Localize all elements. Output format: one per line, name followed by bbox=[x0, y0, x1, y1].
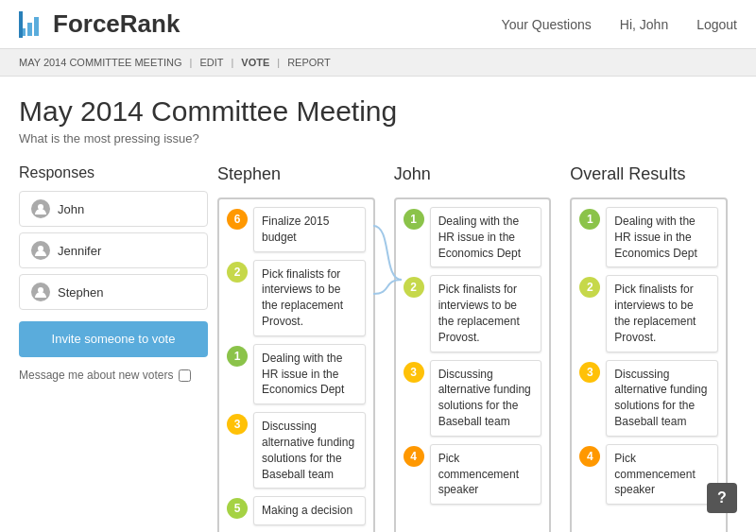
overall-badge-3: 3 bbox=[579, 362, 600, 383]
overall-item-1: 1 Dealing with the HR issue in the Econo… bbox=[579, 207, 718, 267]
logo-text: ForceRank bbox=[53, 9, 180, 39]
stephen-item-4: 3 Discussing alternative funding solutio… bbox=[227, 412, 366, 489]
sidebar-heading: Responses bbox=[19, 164, 208, 181]
breadcrumb-vote[interactable]: VOTE bbox=[241, 57, 269, 68]
overall-badge-2: 2 bbox=[579, 277, 600, 298]
message-opt-label: Message me about new voters bbox=[19, 369, 173, 382]
svg-rect-3 bbox=[19, 11, 23, 38]
voter-john[interactable]: John bbox=[19, 191, 208, 227]
john-column: John 1 Dealing with the HR issue in the … bbox=[385, 164, 561, 532]
help-icon: ? bbox=[717, 489, 727, 506]
help-button[interactable]: ? bbox=[707, 483, 737, 513]
breadcrumb-meeting: MAY 2014 COMMITTEE MEETING bbox=[19, 57, 182, 68]
sidebar: Responses John Jennifer Stephen Invit bbox=[19, 164, 208, 532]
john-card-2: Pick finalists for interviews to be the … bbox=[430, 275, 542, 352]
stephen-badge-3: 1 bbox=[227, 346, 248, 367]
stephen-heading: Stephen bbox=[217, 164, 375, 188]
connector-svg bbox=[373, 199, 402, 532]
john-item-3: 3 Discussing alternative funding solutio… bbox=[404, 360, 542, 437]
breadcrumb-sep-2: | bbox=[232, 57, 234, 68]
voter-jennifer-avatar bbox=[31, 241, 50, 260]
stephen-badge-1: 6 bbox=[227, 209, 248, 230]
john-item-4: 4 Pick commencement speaker bbox=[404, 444, 542, 505]
svg-rect-2 bbox=[34, 17, 39, 36]
logo-icon bbox=[19, 11, 45, 38]
nav-greeting: Hi, John bbox=[620, 17, 668, 32]
overall-badge-4: 4 bbox=[579, 446, 600, 467]
stephen-badge-2: 2 bbox=[227, 262, 248, 283]
john-card-1: Dealing with the HR issue in the Economi… bbox=[430, 207, 542, 267]
john-badge-2: 2 bbox=[404, 277, 424, 298]
page-subtitle: What is the most pressing issue? bbox=[19, 131, 737, 146]
overall-card-3: Discussing alternative funding solutions… bbox=[606, 360, 718, 437]
stephen-badge-5: 5 bbox=[227, 498, 248, 519]
john-card-3: Discussing alternative funding solutions… bbox=[430, 360, 542, 437]
columns-area: Stephen 6 Finalize 2015 budget 2 Pick fi… bbox=[208, 164, 737, 532]
message-opt: Message me about new voters bbox=[19, 369, 208, 382]
john-badge-3: 3 bbox=[404, 362, 424, 383]
voter-stephen-avatar bbox=[31, 283, 50, 301]
john-badge-4: 4 bbox=[404, 446, 424, 467]
stephen-card-2: Pick finalists for interviews to be the … bbox=[253, 260, 366, 336]
overall-card-1: Dealing with the HR issue in the Economi… bbox=[606, 207, 718, 267]
breadcrumb-report[interactable]: REPORT bbox=[287, 57, 331, 68]
page-title: May 2014 Committee Meeting bbox=[19, 95, 737, 128]
voter-stephen[interactable]: Stephen bbox=[19, 274, 208, 310]
stephen-card-1: Finalize 2015 budget bbox=[253, 207, 366, 252]
stephen-column: Stephen 6 Finalize 2015 budget 2 Pick fi… bbox=[208, 164, 385, 532]
stephen-column-inner: 6 Finalize 2015 budget 2 Pick finalists … bbox=[217, 197, 375, 532]
overall-card-2: Pick finalists for interviews to be the … bbox=[606, 275, 718, 352]
john-heading: John bbox=[394, 164, 552, 188]
overall-item-2: 2 Pick finalists for interviews to be th… bbox=[579, 275, 718, 352]
message-opt-checkbox[interactable] bbox=[179, 369, 191, 382]
overall-column-inner: 1 Dealing with the HR issue in the Econo… bbox=[570, 197, 728, 532]
nav-logout[interactable]: Logout bbox=[696, 17, 737, 32]
main: May 2014 Committee Meeting What is the m… bbox=[0, 77, 756, 532]
overall-item-4: 4 Pick commencement speaker bbox=[579, 444, 718, 505]
overall-badge-1: 1 bbox=[579, 209, 600, 230]
john-badge-1: 1 bbox=[404, 209, 424, 230]
stephen-item-5: 5 Making a decision bbox=[227, 496, 366, 525]
stephen-item-3: 1 Dealing with the HR issue in the Econo… bbox=[227, 344, 366, 404]
breadcrumb: MAY 2014 COMMITTEE MEETING | EDIT | VOTE… bbox=[0, 49, 756, 77]
voter-jennifer-name: Jennifer bbox=[58, 244, 101, 258]
voter-stephen-name: Stephen bbox=[58, 285, 103, 300]
breadcrumb-sep-1: | bbox=[190, 57, 193, 68]
content-area: Responses John Jennifer Stephen Invit bbox=[19, 164, 737, 532]
john-card-4: Pick commencement speaker bbox=[430, 444, 542, 505]
overall-item-3: 3 Discussing alternative funding solutio… bbox=[579, 360, 718, 437]
breadcrumb-sep-3: | bbox=[277, 57, 280, 68]
breadcrumb-edit[interactable]: EDIT bbox=[199, 57, 223, 68]
stephen-badge-4: 3 bbox=[227, 414, 248, 435]
overall-heading: Overall Results bbox=[570, 164, 728, 188]
stephen-item-2: 2 Pick finalists for interviews to be th… bbox=[227, 260, 366, 336]
nav-your-questions[interactable]: Your Questions bbox=[502, 17, 592, 32]
john-column-inner: 1 Dealing with the HR issue in the Econo… bbox=[394, 197, 552, 532]
voter-john-avatar bbox=[31, 199, 50, 218]
john-item-2: 2 Pick finalists for interviews to be th… bbox=[404, 275, 542, 352]
overall-card-4: Pick commencement speaker bbox=[606, 444, 718, 505]
stephen-card-3: Dealing with the HR issue in the Economi… bbox=[253, 344, 366, 404]
voter-jennifer[interactable]: Jennifer bbox=[19, 232, 208, 268]
svg-rect-1 bbox=[27, 23, 32, 36]
john-item-1: 1 Dealing with the HR issue in the Econo… bbox=[404, 207, 542, 267]
stephen-card-5: Making a decision bbox=[253, 496, 366, 525]
invite-button[interactable]: Invite someone to vote bbox=[19, 321, 208, 357]
nav-links: Your Questions Hi, John Logout bbox=[502, 17, 737, 32]
logo-area: ForceRank bbox=[19, 9, 502, 39]
overall-column: Overall Results 1 Dealing with the HR is… bbox=[560, 164, 737, 532]
stephen-card-4: Discussing alternative funding solutions… bbox=[253, 412, 366, 489]
stephen-item-1: 6 Finalize 2015 budget bbox=[227, 207, 366, 252]
voter-john-name: John bbox=[58, 202, 84, 216]
header: ForceRank Your Questions Hi, John Logout bbox=[0, 0, 756, 49]
